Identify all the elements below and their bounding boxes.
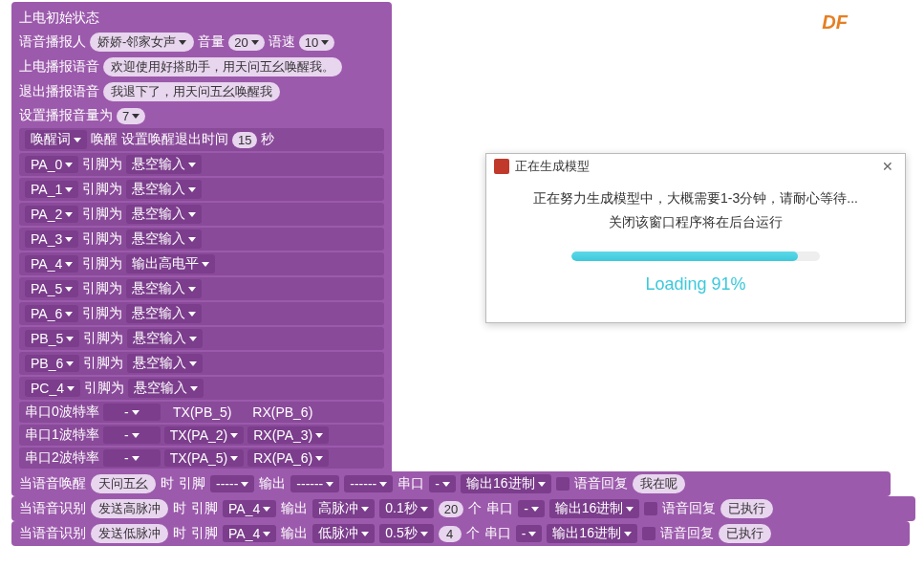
pin-as-label: 引脚为	[82, 280, 122, 297]
trigger-input[interactable]: 发送低脉冲	[91, 524, 168, 543]
pin-mode-dropdown[interactable]: 悬空输入	[126, 304, 202, 323]
reply-input[interactable]: 我在呢	[633, 474, 685, 493]
pin-as-label: 引脚为	[82, 230, 122, 248]
hex-dropdown[interactable]: 输出16进制	[547, 524, 637, 543]
reply-input[interactable]: 已执行	[719, 524, 771, 543]
pin-name-dropdown[interactable]: PA_6	[25, 305, 78, 322]
uart-baud-dropdown[interactable]: -	[103, 426, 161, 444]
pin-as-label: 引脚为	[82, 181, 122, 198]
app-icon	[494, 159, 509, 174]
pin-mode-dropdown[interactable]: 悬空输入	[126, 205, 202, 224]
close-button[interactable]: ✕	[878, 159, 897, 174]
pin-mode-dropdown[interactable]: 悬空输入	[126, 279, 202, 298]
when-label: 时	[173, 500, 186, 517]
pin-dropdown[interactable]: -----	[210, 475, 254, 492]
set-vol-dropdown[interactable]: 7	[117, 108, 145, 124]
wake-timeout-input[interactable]: 15	[232, 132, 257, 148]
pin-label: 引脚	[191, 525, 218, 542]
chevron-down-icon	[132, 114, 140, 119]
vol-value-dropdown[interactable]: 20	[228, 34, 264, 51]
pin-mode-dropdown[interactable]: 悬空输入	[126, 180, 202, 199]
pin-mode-dropdown[interactable]: 输出高电平	[126, 254, 215, 273]
uart-label: 串口2波特率	[25, 449, 99, 467]
hex-checkbox[interactable]	[644, 502, 657, 515]
out-dropdown[interactable]: 高脉冲	[312, 499, 375, 518]
pin-name-dropdown[interactable]: PA_4	[25, 255, 78, 273]
reply-input[interactable]: 已执行	[720, 499, 773, 518]
event-wake-strip: 当语音唤醒天问五幺时引脚----- 输出------ ------ 串口- 输出…	[11, 471, 891, 496]
unit-label: 个	[466, 525, 480, 542]
count-input[interactable]: 4	[439, 526, 462, 542]
pin-name-dropdown[interactable]: PA_5	[25, 280, 78, 297]
port-dropdown[interactable]: -	[429, 475, 456, 492]
pin-as-label: 引脚为	[82, 305, 122, 322]
pin-as-label: 引脚为	[82, 255, 122, 273]
loading-dialog: 正在生成模型 ✕ 正在努力生成模型中，大概需要1-3分钟，请耐心等待... 关闭…	[485, 153, 906, 323]
hex-checkbox[interactable]	[642, 527, 655, 540]
progress-bar	[571, 251, 820, 261]
pin-dropdown[interactable]: PA_4	[223, 525, 276, 542]
pin-as-label: 引脚为	[82, 156, 122, 173]
out-label: 输出	[281, 525, 308, 542]
pin-name-dropdown[interactable]: PA_0	[25, 156, 78, 173]
event-label: 当语音识别	[19, 525, 86, 542]
wake-text: 唤醒	[91, 131, 118, 148]
reply-label: 语音回复	[660, 525, 714, 542]
uart-baud-dropdown[interactable]: -	[103, 404, 161, 421]
hex-checkbox[interactable]	[556, 477, 569, 491]
dur-dropdown[interactable]: 0.1秒	[379, 499, 433, 518]
trigger-input[interactable]: 天问五幺	[91, 474, 156, 493]
out-label: 输出	[259, 475, 286, 492]
init-title: 上电初始状态	[19, 10, 99, 27]
pin-name-dropdown[interactable]: PB_6	[25, 355, 79, 372]
uart-rx: RX(PB_6)	[245, 404, 321, 420]
loading-text: Loading 91%	[496, 269, 895, 299]
pin-name-dropdown[interactable]: PB_5	[25, 330, 79, 347]
out-dropdown[interactable]: 低脉冲	[312, 524, 375, 543]
pin-name-dropdown[interactable]: PA_1	[25, 181, 78, 198]
chevron-down-icon	[179, 40, 186, 45]
out-dropdown[interactable]: ------	[290, 475, 339, 492]
chevron-down-icon	[251, 40, 259, 45]
pin-as-label: 引脚为	[84, 380, 124, 397]
uart-rx-dropdown[interactable]: RX(PA_6)	[247, 449, 329, 467]
set-vol-label: 设置播报音量为	[19, 107, 113, 124]
port-dropdown[interactable]: -	[516, 525, 543, 542]
pin-as-label: 引脚为	[82, 206, 122, 223]
port-label: 串口	[484, 525, 511, 542]
speed-value-dropdown[interactable]: 10	[299, 34, 334, 51]
count-input[interactable]: 20	[439, 501, 463, 517]
pin-mode-dropdown[interactable]: 悬空输入	[127, 329, 203, 348]
dur-dropdown[interactable]: ------	[344, 475, 393, 492]
pin-name-dropdown[interactable]: PC_4	[25, 380, 80, 397]
hex-dropdown[interactable]: 输出16进制	[461, 474, 551, 493]
pin-mode-dropdown[interactable]: 悬空输入	[128, 379, 204, 398]
uart-label: 串口1波特率	[25, 426, 99, 444]
event-rec2-strip: 当语音识别发送低脉冲时引脚PA_4 输出低脉冲 0.5秒 4个串口- 输出16进…	[11, 521, 910, 546]
chevron-down-icon	[321, 40, 329, 45]
uart-tx-dropdown[interactable]: TX(PA_5)	[164, 449, 244, 467]
event-rec1-strip: 当语音识别发送高脉冲时引脚PA_4 输出高脉冲 0.1秒 20个串口- 输出16…	[11, 496, 915, 521]
wake-word-dropdown[interactable]: 唤醒词	[25, 130, 87, 149]
event-label: 当语音唤醒	[19, 475, 86, 492]
uart-label: 串口0波特率	[25, 404, 99, 421]
boot-voice-input[interactable]: 欢迎使用好搭助手，用天问五幺唤醒我。	[103, 57, 342, 76]
pin-mode-dropdown[interactable]: 悬空输入	[126, 155, 202, 174]
uart-rx-dropdown[interactable]: RX(PA_3)	[247, 426, 329, 444]
pin-mode-dropdown[interactable]: 悬空输入	[126, 229, 202, 249]
pin-name-dropdown[interactable]: PA_3	[25, 230, 78, 248]
port-dropdown[interactable]: -	[518, 500, 545, 517]
uart-baud-dropdown[interactable]: -	[103, 449, 161, 467]
trigger-input[interactable]: 发送高脉冲	[91, 499, 168, 518]
pin-mode-dropdown[interactable]: 悬空输入	[127, 354, 203, 373]
exit-voice-input[interactable]: 我退下了，用天问五幺唤醒我	[103, 82, 280, 101]
voice-name-dropdown[interactable]: 娇娇-邻家女声	[90, 33, 194, 52]
unit-label: 个	[468, 500, 482, 517]
hex-dropdown[interactable]: 输出16进制	[549, 499, 640, 518]
pin-dropdown[interactable]: PA_4	[223, 500, 276, 517]
pin-name-dropdown[interactable]: PA_2	[25, 206, 78, 223]
dur-dropdown[interactable]: 0.5秒	[379, 524, 433, 543]
when-label: 时	[173, 525, 186, 542]
out-label: 输出	[281, 500, 308, 517]
uart-tx-dropdown[interactable]: TX(PA_2)	[164, 426, 244, 444]
